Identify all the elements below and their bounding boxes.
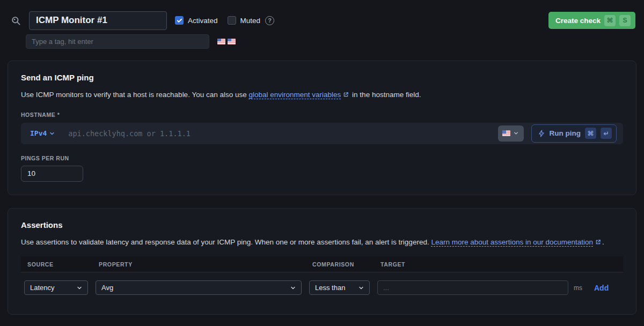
add-assertion-button[interactable]: Add — [594, 284, 609, 292]
create-check-label: Create check — [555, 17, 601, 25]
comparison-select[interactable]: Less than — [309, 280, 370, 295]
unit-label: ms — [574, 284, 582, 292]
env-variables-link[interactable]: global environment variables — [248, 91, 341, 99]
description-text: . — [602, 238, 604, 246]
run-ping-label: Run ping — [550, 129, 581, 137]
column-source: Source — [27, 261, 99, 268]
pings-per-run-label: Pings per run — [21, 155, 623, 161]
hostname-label: Hostname * — [21, 112, 623, 118]
check-icon — [177, 18, 182, 24]
property-select[interactable]: Avg — [96, 280, 302, 295]
hostname-placeholder[interactable]: api.checklyhq.com or 1.1.1.1 — [68, 129, 191, 138]
description-text: Use ICMP monitors to verify that a host … — [21, 91, 248, 99]
ip-version-label: IPv4 — [30, 129, 47, 137]
cmd-key-icon: ⌘ — [585, 128, 596, 139]
muted-checkbox-group[interactable]: Muted — [228, 16, 261, 25]
location-select[interactable] — [498, 125, 524, 142]
pings-per-run-input[interactable] — [21, 166, 83, 182]
us-flag-icon — [502, 130, 510, 136]
icmp-ping-card: Send an ICMP ping Use ICMP monitors to v… — [8, 61, 636, 195]
help-icon[interactable]: ? — [265, 16, 274, 25]
assertions-title: Assertions — [21, 220, 623, 229]
column-comparison: Comparison — [312, 261, 380, 268]
s-key-icon: S — [619, 15, 631, 26]
activated-checkbox[interactable] — [175, 16, 184, 25]
comparison-value: Less than — [315, 284, 345, 292]
lightning-icon — [538, 130, 545, 137]
tag-input[interactable] — [26, 34, 209, 49]
chevron-down-icon — [513, 130, 519, 136]
source-select[interactable]: Latency — [24, 280, 88, 295]
column-target: Target — [380, 261, 623, 268]
top-bar: Activated Muted ? Create check ⌘ S — [0, 0, 644, 49]
assertions-table-header: Source Property Comparison Target — [21, 256, 623, 272]
column-property: Property — [99, 261, 312, 268]
activated-checkbox-group[interactable]: Activated — [175, 16, 218, 25]
us-flag-icon — [228, 39, 236, 45]
activated-label: Activated — [188, 17, 218, 25]
property-value: Avg — [101, 284, 113, 292]
assertions-description: Use assertions to validate latency and r… — [21, 237, 623, 248]
cmd-key-icon: ⌘ — [604, 15, 616, 26]
source-value: Latency — [30, 284, 55, 292]
assertion-row: Latency Avg Less than ms Add — [21, 280, 623, 295]
chevron-down-icon — [358, 285, 364, 291]
assertions-doc-link[interactable]: Learn more about assertions in our docum… — [431, 238, 593, 246]
target-cell: ms Add — [377, 280, 623, 295]
target-input[interactable] — [377, 280, 568, 295]
enter-key-icon: ↵ — [601, 128, 612, 139]
ip-version-dropdown[interactable]: IPv4 — [30, 129, 55, 137]
check-name-input[interactable] — [29, 11, 167, 30]
chevron-down-icon — [49, 130, 55, 137]
magnifier-icon[interactable] — [11, 16, 21, 26]
external-link-icon — [595, 238, 601, 248]
muted-label: Muted — [240, 17, 261, 25]
external-link-icon — [343, 90, 349, 101]
assertions-card: Assertions Use assertions to validate la… — [8, 208, 636, 315]
ping-card-description: Use ICMP monitors to verify that a host … — [21, 90, 623, 101]
chevron-down-icon — [76, 285, 83, 291]
description-text: in the hostname field. — [352, 91, 421, 99]
location-flags — [217, 39, 236, 45]
create-check-button[interactable]: Create check ⌘ S — [548, 12, 635, 29]
chevron-down-icon — [290, 285, 296, 291]
ping-card-title: Send an ICMP ping — [21, 73, 623, 82]
muted-checkbox[interactable] — [228, 16, 236, 25]
description-text: Use assertions to validate latency and r… — [21, 238, 431, 246]
hostname-field[interactable]: IPv4 api.checklyhq.com or 1.1.1.1 Run pi… — [21, 123, 623, 144]
us-flag-icon — [217, 39, 225, 45]
run-ping-button[interactable]: Run ping ⌘ ↵ — [531, 124, 617, 143]
